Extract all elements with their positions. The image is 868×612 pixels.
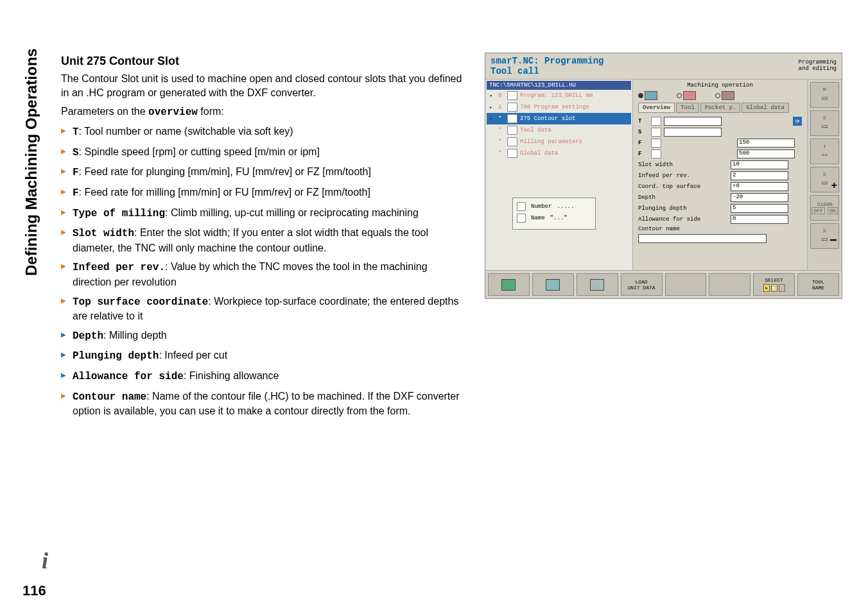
parameter-item: Depth: Milling depth bbox=[61, 328, 465, 344]
parameter-item: F: Feed rate for milling [mm/min] or FU … bbox=[61, 185, 465, 201]
sb-s2[interactable]: S▭+ bbox=[810, 167, 839, 192]
f-mill-input[interactable]: 500 bbox=[737, 149, 795, 158]
f-plunge-input[interactable]: 150 bbox=[737, 139, 795, 148]
softkey-row: LOADUNIT DATA SELECT⇆📋↓ TOOLNAME bbox=[485, 270, 842, 298]
file-path: TNC:\SMARTNC\123_DRILL.HU bbox=[487, 81, 631, 90]
info-icon: i bbox=[32, 548, 58, 574]
spindle-icon bbox=[651, 128, 661, 137]
tree-row[interactable]: *Global data bbox=[487, 148, 631, 159]
section-title-vertical: Defining Machining Operations bbox=[22, 48, 40, 276]
allowance-input[interactable]: 0 bbox=[731, 215, 788, 224]
tree-row[interactable]: *Tool data bbox=[487, 124, 631, 136]
parameter-item: Top surface coordinate: Workpiece top-su… bbox=[61, 294, 465, 323]
tab-tool[interactable]: Tool bbox=[676, 103, 699, 113]
intro-paragraph: The Contour Slot unit is used to machine… bbox=[61, 72, 465, 99]
page-number: 116 bbox=[22, 582, 46, 599]
softkey-tool-name[interactable]: TOOLNAME bbox=[797, 273, 839, 296]
name-icon bbox=[517, 214, 526, 223]
parameter-item: S: Spindle speed [rpm] or cutting speed … bbox=[61, 145, 465, 160]
app-title: smarT.NC: Programming bbox=[490, 56, 603, 66]
softkey-2[interactable] bbox=[532, 273, 574, 296]
radio-op-1[interactable] bbox=[638, 91, 657, 100]
parameter-list: T: Tool number or name (switchable via s… bbox=[61, 124, 465, 418]
softkey-1[interactable] bbox=[488, 273, 530, 296]
form-panel: Machining operation Overview Tool Pocket… bbox=[633, 80, 807, 272]
tree-row[interactable]: *Milling parameters bbox=[487, 136, 631, 148]
infeed-input[interactable]: 2 bbox=[731, 171, 788, 180]
parameter-item: Infeed per rev.: Value by which the TNC … bbox=[61, 260, 465, 289]
tree-row[interactable]: ▾*275 Contour slot bbox=[487, 113, 631, 124]
s-input[interactable] bbox=[664, 128, 722, 137]
sb-minus[interactable]: S▭− bbox=[810, 223, 839, 249]
contour-name-input[interactable] bbox=[638, 234, 767, 243]
overview-line: Parameters on the overview form: bbox=[61, 106, 465, 118]
right-sidebar: M▭ S▭ T↔ S▭+ S100%OFFON S▭− bbox=[807, 80, 842, 272]
software-screenshot: smarT.NC: Programming Tool call Programm… bbox=[485, 53, 842, 299]
slot-width-input[interactable]: 10 bbox=[731, 160, 788, 169]
depth-input[interactable]: -20 bbox=[731, 193, 788, 202]
sb-m[interactable]: M▭ bbox=[810, 82, 839, 108]
number-icon bbox=[517, 202, 526, 211]
sb-s[interactable]: S▭ bbox=[810, 110, 839, 136]
t-icon: ↔ bbox=[822, 149, 827, 160]
app-subtitle: Tool call bbox=[490, 66, 539, 76]
tab-pocket[interactable]: Pocket p. bbox=[700, 103, 741, 113]
plus-icon: + bbox=[831, 180, 837, 192]
softkey-3[interactable] bbox=[577, 273, 618, 296]
softkey-6[interactable] bbox=[709, 273, 751, 296]
feed-plunge-icon bbox=[651, 139, 661, 148]
tree-item-icon bbox=[507, 114, 517, 123]
m-icon: ▭ bbox=[822, 92, 827, 103]
main-content: Unit 275 Contour Slot The Contour Slot u… bbox=[61, 55, 465, 423]
tree-item-icon bbox=[507, 137, 517, 146]
tree-item-icon bbox=[507, 149, 517, 158]
radio-op-3[interactable] bbox=[715, 91, 734, 100]
softkey-5[interactable] bbox=[665, 273, 707, 296]
machining-operation-label: Machining operation bbox=[638, 82, 802, 89]
minus-icon: − bbox=[829, 234, 837, 248]
parameter-item: Contour name: Name of the contour file (… bbox=[61, 389, 465, 418]
coord-input[interactable]: +0 bbox=[731, 182, 788, 191]
tree-item-icon bbox=[507, 126, 517, 135]
feed-mill-icon bbox=[651, 149, 661, 158]
parameter-item: Plunging depth: Infeed per cut bbox=[61, 348, 465, 364]
s-icon: ▭ bbox=[822, 121, 827, 132]
tree-row[interactable]: ▾0Program: 123_DRILL mm bbox=[487, 90, 631, 101]
tree-panel: TNC:\SMARTNC\123_DRILL.HU ▾0Program: 123… bbox=[485, 80, 633, 272]
heading: Unit 275 Contour Slot bbox=[61, 55, 465, 68]
parameter-item: T: Tool number or name (switchable via s… bbox=[61, 124, 465, 140]
tab-global[interactable]: Global data bbox=[742, 103, 788, 113]
titlebar: smarT.NC: Programming Tool call Programm… bbox=[485, 53, 842, 80]
tree-item-icon bbox=[507, 91, 517, 100]
softkey-load-unit-data[interactable]: LOADUNIT DATA bbox=[621, 273, 663, 296]
parameter-item: Slot width: Enter the slot width; If you… bbox=[61, 226, 465, 255]
sb-t[interactable]: T↔ bbox=[810, 139, 839, 164]
parameter-item: Allowance for side: Finishing allowance bbox=[61, 369, 465, 384]
tree-row[interactable]: ▸1700 Program settings bbox=[487, 101, 631, 113]
operation-radio-row bbox=[638, 91, 802, 100]
tab-row: Overview Tool Pocket p. Global data bbox=[638, 103, 802, 113]
parameter-item: Type of milling: Climb milling, up-cut m… bbox=[61, 206, 465, 221]
parameter-item: F: Feed rate for plunging [mm/min], FU [… bbox=[61, 165, 465, 180]
sb-s100[interactable]: S100%OFFON bbox=[810, 195, 839, 221]
tab-overview[interactable]: Overview bbox=[638, 103, 675, 113]
tree-item-icon bbox=[507, 103, 517, 112]
t-input[interactable] bbox=[664, 117, 722, 126]
plunging-input[interactable]: 5 bbox=[731, 204, 788, 213]
number-name-box: Number..... Name"..." bbox=[512, 198, 596, 230]
s2-icon: ▭ bbox=[822, 177, 827, 188]
status-mode: Programmingand editing bbox=[799, 60, 837, 72]
radio-op-2[interactable] bbox=[677, 91, 696, 100]
tool-icon bbox=[651, 117, 661, 126]
refresh-icon[interactable]: ⟳ bbox=[793, 117, 802, 126]
softkey-select[interactable]: SELECT⇆📋↓ bbox=[753, 273, 795, 296]
